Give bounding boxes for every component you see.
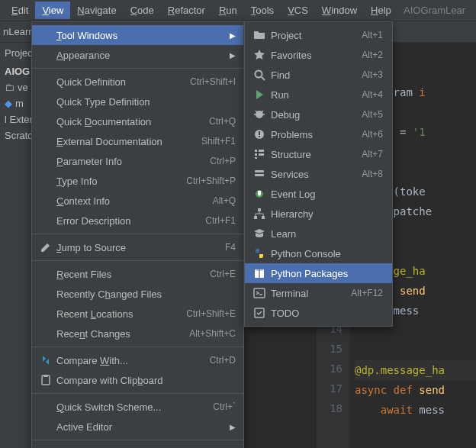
view-menu-dropdown: Tool Windows▶Appearance▶Quick Definition… <box>31 21 244 448</box>
menubar-item-code[interactable]: Code <box>124 2 161 19</box>
project-node[interactable]: Scratc <box>0 127 34 143</box>
eventlog-icon <box>251 188 268 200</box>
toolwindow-item-shortcut: Alt+4 <box>362 89 383 100</box>
toolwindow-item-python-packages[interactable]: Python Packages <box>245 263 392 283</box>
menu-item-quick-documentation[interactable]: Quick DocumentationCtrl+Q <box>32 111 243 131</box>
menubar-item-view[interactable]: View <box>35 2 70 19</box>
menu-item-jump-to-source[interactable]: Jump to SourceF4 <box>32 237 243 257</box>
menu-item-bidi-text-base-direction[interactable]: Bidi Text Base Direction▶ <box>32 443 243 448</box>
svg-rect-18 <box>255 174 264 176</box>
toolwindow-item-favorites[interactable]: FavoritesAlt+2 <box>245 45 392 65</box>
menubar-item-window[interactable]: Window <box>315 2 364 19</box>
toolwindow-item-debug[interactable]: DebugAlt+5 <box>245 105 392 124</box>
gutter-line-number: 17 <box>317 379 343 398</box>
gutter-line-number: 16 <box>317 359 343 379</box>
gutter-line-number: 18 <box>317 398 343 418</box>
menu-item-context-info[interactable]: Context InfoAlt+Q <box>32 191 243 211</box>
svg-rect-10 <box>259 131 260 135</box>
code-line[interactable]: await mess <box>355 400 476 420</box>
code-line[interactable] <box>355 420 476 440</box>
menu-item-shortcut: Ctrl+D <box>210 355 236 366</box>
toolwindow-item-label: Structure <box>271 149 355 160</box>
menu-item-label: Quick Switch Scheme... <box>56 401 207 413</box>
blank-icon <box>38 95 53 108</box>
code-line[interactable]: @dp.message_ha <box>355 360 476 380</box>
svg-line-7 <box>256 111 257 112</box>
project-name-display: AIOGramLear <box>404 5 471 16</box>
toolwindow-item-label: Debug <box>271 109 355 121</box>
svg-line-8 <box>262 111 263 112</box>
menu-item-shortcut: Shift+F1 <box>201 136 236 147</box>
toolwindow-item-event-log[interactable]: Event Log <box>245 184 392 204</box>
toolwindow-item-problems[interactable]: ProblemsAlt+6 <box>245 124 392 144</box>
menubar-item-refactor[interactable]: Refactor <box>161 2 212 19</box>
toolwindow-item-learn[interactable]: Learn <box>245 224 392 243</box>
code-line[interactable] <box>355 340 476 360</box>
svg-rect-22 <box>262 216 265 219</box>
toolwindow-item-run[interactable]: RunAlt+4 <box>245 85 392 105</box>
toolwindow-item-shortcut: Alt+6 <box>362 129 383 140</box>
menu-item-appearance[interactable]: Appearance▶ <box>32 45 243 65</box>
menubar-item-help[interactable]: Help <box>364 2 398 19</box>
menu-item-quick-definition[interactable]: Quick DefinitionCtrl+Shift+I <box>32 72 243 92</box>
code-line[interactable]: async def send <box>355 380 476 400</box>
menu-item-active-editor[interactable]: Active Editor▶ <box>32 417 243 437</box>
menu-separator <box>32 260 243 261</box>
menu-item-type-info[interactable]: Type InfoCtrl+Shift+P <box>32 171 243 191</box>
tool-windows-submenu: ProjectAlt+1FavoritesAlt+2FindAlt+3RunAl… <box>244 21 393 327</box>
menu-item-shortcut: Ctrl+P <box>210 156 236 166</box>
pyconsole-icon <box>251 247 268 259</box>
menu-item-shortcut: Ctrl+E <box>210 269 236 279</box>
toolwindow-item-services[interactable]: ServicesAlt+8 <box>245 164 392 184</box>
project-node[interactable]: 🗀ve <box>0 79 34 95</box>
menu-item-shortcut: Ctrl+Shift+E <box>186 308 236 319</box>
menu-separator <box>32 68 243 69</box>
toolwindow-item-terminal[interactable]: TerminalAlt+F12 <box>245 283 392 303</box>
hierarchy-icon <box>251 208 268 220</box>
packages-icon <box>251 267 268 279</box>
compare-icon <box>38 354 53 366</box>
toolwindow-item-shortcut: Alt+2 <box>362 50 383 60</box>
blank-icon <box>38 76 53 88</box>
menubar-item-navigate[interactable]: Navigate <box>70 2 123 19</box>
menubar-item-tools[interactable]: Tools <box>244 2 281 19</box>
toolwindow-item-todo[interactable]: TODO <box>245 303 392 323</box>
svg-rect-16 <box>259 153 264 156</box>
menu-item-recent-locations[interactable]: Recent LocationsCtrl+Shift+E <box>32 304 243 324</box>
toolwindow-item-python-console[interactable]: Python Console <box>245 243 392 263</box>
menubar-item-run[interactable]: Run <box>212 2 244 19</box>
menu-item-quick-switch-scheme[interactable]: Quick Switch Scheme...Ctrl+` <box>32 397 243 417</box>
menu-item-compare-with-clipboard[interactable]: Compare with Clipboard <box>32 370 243 390</box>
menubar-item-vcs[interactable]: VCS <box>281 2 315 19</box>
menu-item-label: Compare With... <box>56 355 204 366</box>
toolwindow-item-label: Services <box>271 169 355 180</box>
toolwindow-item-project[interactable]: ProjectAlt+1 <box>245 25 392 45</box>
menu-item-quick-type-definition[interactable]: Quick Type Definition <box>32 92 243 111</box>
project-node[interactable]: AIOG <box>0 63 34 79</box>
menu-item-parameter-info[interactable]: Parameter InfoCtrl+P <box>32 151 243 171</box>
menu-item-external-documentation[interactable]: External DocumentationShift+F1 <box>32 131 243 151</box>
toolwindow-item-hierarchy[interactable]: Hierarchy <box>245 204 392 224</box>
toolwindow-item-find[interactable]: FindAlt+3 <box>245 65 392 85</box>
debug-icon <box>251 108 268 121</box>
menu-item-label: Jump to Source <box>56 242 219 253</box>
project-node[interactable]: l Exter <box>0 111 34 127</box>
menu-item-tool-windows[interactable]: Tool Windows▶ <box>32 25 243 45</box>
problems-icon <box>251 128 268 140</box>
menu-item-shortcut: Ctrl+Shift+I <box>190 76 236 87</box>
svg-rect-1 <box>43 375 48 377</box>
menubar-item-edit[interactable]: Edit <box>5 2 35 19</box>
toolwindow-item-structure[interactable]: StructureAlt+7 <box>245 144 392 164</box>
svg-rect-12 <box>255 150 257 152</box>
menu-item-compare-with[interactable]: Compare With...Ctrl+D <box>32 350 243 370</box>
project-node[interactable]: ◆m <box>0 95 34 111</box>
menu-item-recent-changes[interactable]: Recent ChangesAlt+Shift+C <box>32 324 243 343</box>
menu-item-shortcut: Alt+Q <box>213 195 236 206</box>
menu-item-error-description[interactable]: Error DescriptionCtrl+F1 <box>32 211 243 230</box>
gutter-line-number: 15 <box>317 339 343 359</box>
toolwindow-item-label: Python Console <box>271 248 383 259</box>
menu-item-recent-files[interactable]: Recent FilesCtrl+E <box>32 264 243 284</box>
menu-item-recently-changed-files[interactable]: Recently Changed Files <box>32 284 243 304</box>
menu-separator <box>32 234 243 234</box>
menu-item-label: Active Editor <box>56 421 224 433</box>
